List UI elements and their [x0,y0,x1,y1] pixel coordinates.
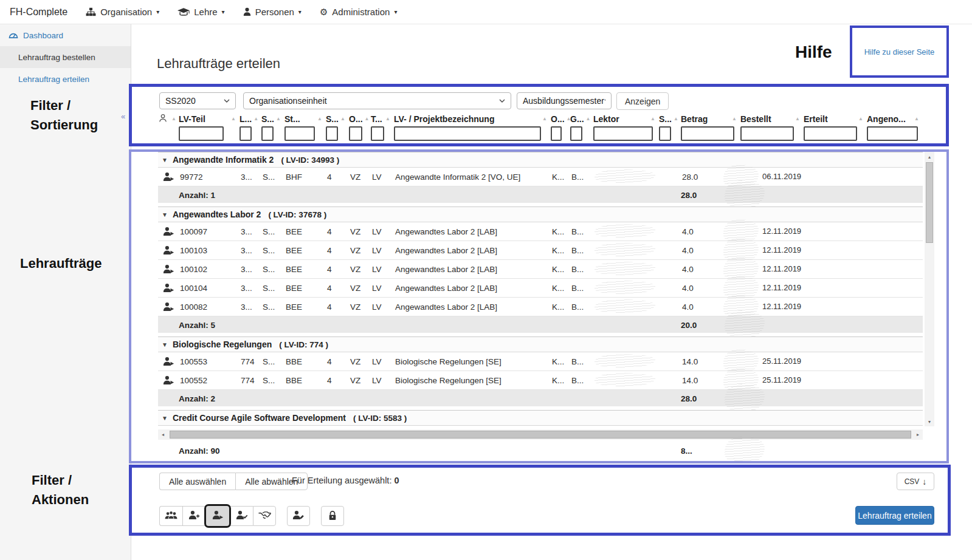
collapse-caret-icon[interactable]: ▼ [162,415,168,422]
cell-s2: 4 [326,357,349,366]
filter-input-15[interactable] [804,126,857,141]
user-plus-filter-button[interactable] [182,506,205,526]
cell-o2: K... [551,227,570,236]
scroll-up-icon[interactable]: ▴ [925,152,934,162]
collapse-caret-icon[interactable]: ▼ [162,157,168,163]
filter-input-3[interactable] [261,126,274,141]
group-header-row[interactable]: ▼Biologische Regelungen( LV-ID: 774 ) [158,336,923,352]
filter-input-10[interactable] [570,126,582,141]
nav-item-lehre[interactable]: Lehre▾ [178,7,224,17]
cell-bez: Angewandtes Labor 2 [LAB] [394,265,551,274]
column-sort-header[interactable]: G...▲ [570,112,593,125]
group-header-row[interactable]: ▼Credit Course Agile Software Developmen… [158,410,923,426]
column-sort-header[interactable]: S...▲ [261,112,284,125]
filter-input-9[interactable] [551,126,562,141]
lock-filter-button[interactable] [321,506,344,526]
group-header-row[interactable]: ▼Angewandtes Labor 2( LV-ID: 37678 ) [158,207,923,222]
anzeigen-button[interactable]: Anzeigen [616,92,669,110]
vertical-scrollbar-thumb[interactable] [926,162,933,243]
summary-row: Anzahl: 520.0 [158,316,923,333]
scroll-down-icon[interactable]: ▾ [925,417,934,426]
sidebar-collapse-icon[interactable]: « [121,112,125,121]
user-check-filter-button[interactable] [230,506,253,526]
column-sort-header[interactable]: Betrag▲ [681,112,740,125]
users-filter-button[interactable] [159,506,182,526]
sidebar-item-lehrauftrag-erteilen[interactable]: Lehrauftrag erteilen [0,68,131,90]
nav-item-administration[interactable]: ⚙Administration▾ [320,7,398,17]
sort-arrow-icon: ▲ [586,116,591,121]
cell-s2: 4 [326,265,349,274]
sidebar-item-lehrauftrag-bestellen[interactable]: Lehrauftrag bestellen [0,46,131,68]
group-header-row[interactable]: ▼Angewandte Informatik 2( LV-ID: 34993 ) [158,152,923,168]
vertical-scrollbar[interactable]: ▴ ▾ [925,152,934,426]
column-sort-header[interactable]: ▲ [158,112,179,125]
filter-input-5[interactable] [326,126,338,141]
table-row[interactable]: 1001043...S...BEE4VZLVAngewandtes Labor … [158,279,923,298]
filter-input-4[interactable] [284,126,315,141]
column-sort-header[interactable]: T...▲ [371,112,394,125]
filter-input-16[interactable] [867,126,918,141]
scroll-right-icon[interactable]: ▸ [913,432,923,437]
vertical-scrollbar-track[interactable] [925,243,934,417]
column-sort-header[interactable]: S...▲ [326,112,349,125]
nav-item-personen[interactable]: Personen▾ [243,7,302,17]
summary-cell-id: Anzahl: 2 [179,394,240,403]
table-row[interactable]: 100552774S...BBE4VZLVBiologische Regelun… [158,371,923,390]
cell-o1: VZ [349,246,371,255]
column-sort-header[interactable]: LV-Teil▲ [179,112,240,125]
sidebar-item-label: Dashboard [23,31,63,40]
column-sort-header[interactable]: LV- / Projektbezeichnung▲ [394,112,551,125]
caret-down-icon: ▾ [298,9,302,15]
bestellt-date: 06.11.2019 [762,172,801,181]
column-sort-header[interactable]: O...▲ [551,112,570,125]
filter-input-2[interactable] [240,126,252,141]
select-all-button[interactable]: Alle auswählen [159,473,235,490]
horizontal-scrollbar-track[interactable] [168,429,913,440]
filter-input-6[interactable] [349,126,362,141]
column-sort-header[interactable]: Erteilt▲ [804,112,867,125]
column-sort-header[interactable]: Bestellt▲ [740,112,804,125]
filter-input-14[interactable] [740,126,794,141]
sitemap-icon [86,7,96,16]
filter-input-1[interactable] [179,126,224,141]
filter-input-13[interactable] [681,126,734,141]
column-sort-header[interactable]: St...▲ [284,112,326,125]
table-row[interactable]: 997723...S...BHF4VZLVAngewandte Informat… [158,168,923,186]
nav-item-organisation[interactable]: Organisation▾ [86,7,159,17]
column-sort-header[interactable]: L...▲ [240,112,261,125]
help-link[interactable]: Hilfe zu dieser Seite [864,47,935,56]
orgunit-select[interactable]: Organisationseinheit [243,92,511,109]
sidebar-item-dashboard[interactable]: Dashboard [0,24,131,46]
cell-s2: 4 [326,227,349,236]
csv-export-button[interactable]: CSV ↓ [897,473,934,490]
ausbildungssemester-select[interactable]: Ausbildungssemester [517,92,612,109]
filter-input-8[interactable] [394,126,541,141]
cell-icon [158,172,179,182]
column-sort-header[interactable]: O...▲ [349,112,371,125]
filter-input-11[interactable] [593,126,653,141]
table-row[interactable]: 100553774S...BBE4VZLVBiologische Regelun… [158,352,923,371]
horizontal-scrollbar[interactable]: ◂▸ [158,429,923,440]
user-arrow-filter-button[interactable] [204,504,231,528]
collapse-caret-icon[interactable]: ▼ [162,211,168,218]
user-pen-filter-button[interactable] [287,506,310,526]
semester-select[interactable]: SS2020 [159,92,236,109]
handshake-filter-button[interactable] [253,506,276,526]
collapse-caret-icon[interactable]: ▼ [162,341,168,348]
table-row[interactable]: 1001033...S...BEE4VZLVAngewandtes Labor … [158,241,923,260]
table-row[interactable]: 1001023...S...BEE4VZLVAngewandtes Labor … [158,260,923,279]
cell-t: LV [371,284,394,293]
column-sort-header[interactable]: Angeno...▲ [867,112,923,125]
bestellt-date: 25.11.2019 [762,375,801,384]
filter-input-7[interactable] [371,126,384,141]
column-sort-header[interactable]: S...▲ [659,112,681,125]
table-row[interactable]: 1000823...S...BEE4VZLVAngewandtes Labor … [158,298,923,316]
redacted-lektor-name [595,281,655,294]
table-row[interactable]: 1000973...S...BEE4VZLVAngewandtes Labor … [158,222,923,241]
horizontal-scrollbar-thumb[interactable] [170,431,911,439]
column-sort-header[interactable]: Lektor▲ [593,112,659,125]
caret-down-icon: ▾ [222,9,225,15]
scroll-left-icon[interactable]: ◂ [158,432,168,437]
lehrauftrag-erteilen-button[interactable]: Lehrauftrag erteilen [855,506,934,525]
filter-input-12[interactable] [659,126,671,141]
